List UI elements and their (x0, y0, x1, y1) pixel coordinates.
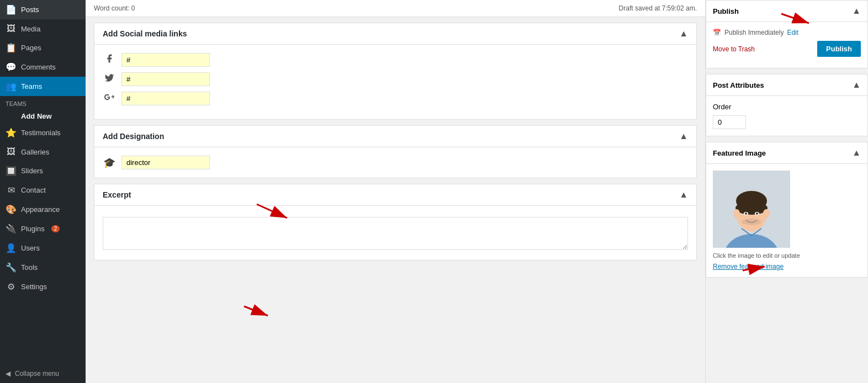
sidebar-item-label: Testimonials (21, 129, 61, 137)
sliders-icon: 🔲 (6, 166, 17, 176)
teams-icon: 👥 (6, 81, 17, 92)
click-to-edit-label: Click the image to edit or update (713, 252, 861, 259)
facebook-input[interactable] (121, 53, 210, 67)
sidebar-item-label: Teams (21, 82, 42, 91)
order-input[interactable] (713, 115, 746, 129)
draft-saved: Draft saved at 7:59:02 am. (619, 4, 697, 12)
sidebar-item-label: Posts (21, 6, 39, 14)
sidebar-item-comments[interactable]: 💬 Comments (0, 57, 86, 77)
testimonials-icon: ⭐ (6, 127, 17, 138)
twitter-input[interactable] (121, 72, 210, 86)
sidebar-item-label: Settings (21, 283, 47, 291)
designation-input[interactable] (121, 156, 210, 169)
plugins-icon: 🔌 (6, 224, 17, 234)
sidebar-item-label: Pages (21, 44, 41, 52)
pages-icon: 📋 (6, 42, 17, 53)
publish-immediately-row: 📅 Publish Immediately Edit (713, 29, 861, 36)
sidebar-item-teams[interactable]: 👥 Teams (0, 77, 86, 96)
posts-icon: 📄 (6, 4, 17, 15)
facebook-row (103, 53, 688, 67)
sidebar-item-label: Appearance (21, 205, 60, 214)
remove-featured-image-link[interactable]: Remove featured image (713, 263, 784, 270)
sidebar-item-label: Sliders (21, 167, 43, 175)
collapse-menu-label: Collapse menu (15, 370, 59, 377)
sidebar-item-label: Plugins (21, 225, 45, 233)
post-attributes-title: Post Attributes (713, 81, 764, 89)
sidebar-item-sliders[interactable]: 🔲 Sliders (0, 161, 86, 180)
sidebar-item-tools[interactable]: 🔧 Tools (0, 258, 86, 277)
post-attributes-toggle[interactable]: ▲ (852, 80, 861, 90)
sidebar-item-label: Comments (21, 63, 56, 71)
sidebar-item-label: Tools (21, 263, 38, 272)
calendar-icon: 📅 (713, 29, 721, 36)
svg-point-12 (742, 219, 761, 225)
sidebar-item-testimonials[interactable]: ⭐ Testimonials (0, 123, 86, 142)
featured-image-title: Featured Image (713, 149, 766, 157)
sidebar-item-posts[interactable]: 📄 Posts (0, 0, 86, 19)
publish-panel-toggle[interactable]: ▲ (852, 6, 861, 16)
comments-icon: 💬 (6, 62, 17, 72)
sidebar-item-pages[interactable]: 📋 Pages (0, 38, 86, 57)
designation-box: Add Designation ▲ 🎓 (94, 125, 697, 178)
publish-immediately-label: Publish Immediately (724, 29, 784, 36)
plugins-badge: 2 (51, 225, 60, 232)
sidebar-item-label: Contact (21, 186, 46, 194)
teams-section-label: Teams (0, 96, 86, 109)
social-media-title: Add Social media links (103, 29, 187, 38)
publish-button[interactable]: Publish (817, 41, 861, 57)
designation-body: 🎓 (94, 147, 696, 178)
sidebar-item-plugins[interactable]: 🔌 Plugins 2 (0, 219, 86, 238)
featured-image-toggle[interactable]: ▲ (852, 148, 861, 158)
googleplus-row (103, 92, 688, 105)
googleplus-input[interactable] (121, 92, 210, 105)
excerpt-body (94, 209, 696, 260)
publish-panel-header: Publish ▲ (706, 1, 867, 22)
featured-image-header: Featured Image ▲ (706, 142, 867, 164)
sidebar-item-contact[interactable]: ✉ Contact (0, 180, 86, 200)
word-count: Word count: 0 (94, 4, 135, 12)
svg-point-6 (733, 209, 740, 218)
contact-icon: ✉ (6, 185, 17, 195)
collapse-menu[interactable]: ◀ Collapse menu (0, 364, 86, 383)
svg-point-5 (735, 201, 768, 215)
social-media-body (94, 45, 696, 119)
designation-row: 🎓 (103, 156, 688, 169)
tools-icon: 🔧 (6, 262, 17, 273)
social-media-box-header: Add Social media links ▲ (94, 23, 696, 45)
editor-area: Word count: 0 Draft saved at 7:59:02 am.… (86, 0, 705, 383)
post-attributes-panel: Post Attributes ▲ Order (706, 74, 868, 136)
edit-link[interactable]: Edit (787, 29, 798, 36)
post-attributes-header: Post Attributes ▲ (706, 75, 867, 96)
excerpt-box: Excerpt ▲ (94, 184, 697, 260)
move-to-trash-link[interactable]: Move to Trash (713, 45, 755, 53)
sidebar-item-label: Media (21, 25, 40, 33)
excerpt-toggle[interactable]: ▲ (679, 190, 688, 200)
social-media-box: Add Social media links ▲ (94, 23, 697, 120)
settings-icon: ⚙ (6, 281, 17, 292)
appearance-icon: 🎨 (6, 204, 17, 215)
media-icon: 🖼 (6, 24, 17, 34)
social-media-toggle[interactable]: ▲ (679, 29, 688, 39)
sidebar-item-media[interactable]: 🖼 Media (0, 19, 86, 38)
designation-toggle[interactable]: ▲ (679, 131, 688, 141)
order-label: Order (713, 103, 731, 111)
designation-title: Add Designation (103, 132, 164, 141)
page-wrapper: Word count: 0 Draft saved at 7:59:02 am.… (86, 0, 868, 383)
sidebar-item-users[interactable]: 👤 Users (0, 238, 86, 258)
excerpt-textarea[interactable] (103, 217, 688, 250)
sidebar-item-label: Users (21, 244, 40, 252)
galleries-icon: 🖼 (6, 147, 17, 157)
sidebar-item-appearance[interactable]: 🎨 Appearance (0, 200, 86, 219)
twitter-row (103, 72, 688, 86)
googleplus-icon (103, 92, 116, 105)
featured-image-thumbnail[interactable] (713, 171, 790, 248)
right-sidebar: Publish ▲ 📅 Publish Immediately Edit Mov… (705, 0, 868, 383)
collapse-icon: ◀ (6, 370, 10, 377)
sidebar-item-settings[interactable]: ⚙ Settings (0, 277, 86, 296)
featured-image-body: Click the image to edit or update Remove… (706, 164, 867, 277)
sidebar-sub-item-add-new[interactable]: Add New (0, 109, 86, 123)
post-attributes-body: Order (706, 96, 867, 136)
sidebar-item-galleries[interactable]: 🖼 Galleries (0, 142, 86, 161)
editor-top-bar: Word count: 0 Draft saved at 7:59:02 am. (86, 0, 705, 17)
publish-row: Move to Trash Publish (713, 41, 861, 57)
